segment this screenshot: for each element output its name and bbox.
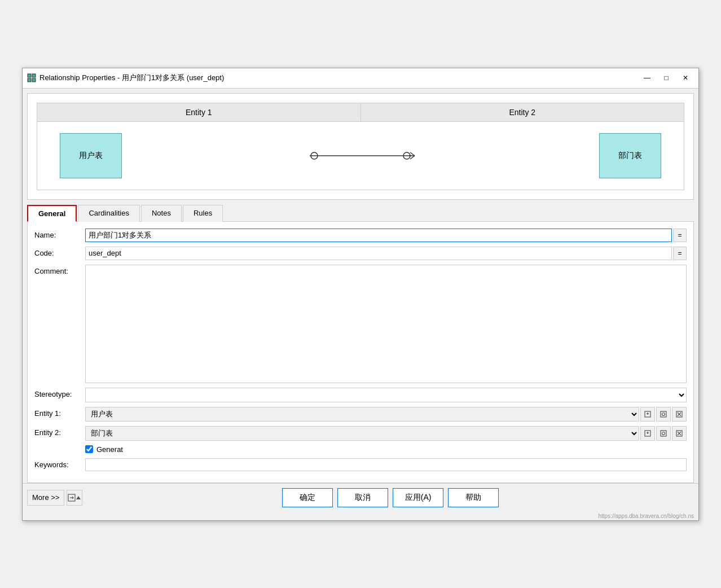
tab-general[interactable]: General xyxy=(27,205,77,222)
name-label: Name: xyxy=(34,229,85,239)
svg-line-8 xyxy=(410,156,415,159)
stereotype-select-wrap xyxy=(85,388,687,402)
entity2-label: Entity 2: xyxy=(34,426,85,437)
code-label: Code: xyxy=(34,247,85,257)
window-title: Relationship Properties - 用户部门1对多关系 (use… xyxy=(39,73,224,83)
svg-rect-21 xyxy=(661,431,666,436)
entity-diagram: 用户表 部门表 xyxy=(37,122,684,190)
stereotype-label: Stereotype: xyxy=(34,388,85,398)
code-input-wrap: = xyxy=(85,247,687,260)
entity2-select[interactable]: 部门表 xyxy=(85,426,639,441)
code-row: Code: = xyxy=(34,247,687,260)
entity1-btn2[interactable] xyxy=(656,407,671,422)
stereotype-row: Stereotype: xyxy=(34,388,687,402)
main-window: Relationship Properties - 用户部门1对多关系 (use… xyxy=(22,68,699,521)
tab-rules[interactable]: Rules xyxy=(183,205,223,222)
cancel-button[interactable]: 取消 xyxy=(337,488,388,507)
generate-label: Generat xyxy=(96,445,123,454)
bottom-right: 确定 取消 应用(A) 帮助 xyxy=(87,488,694,507)
name-row: Name: = xyxy=(34,229,687,242)
comment-textarea[interactable] xyxy=(85,265,687,383)
apply-button[interactable]: 应用(A) xyxy=(393,488,443,507)
close-button[interactable]: ✕ xyxy=(677,71,694,85)
svg-marker-28 xyxy=(76,496,81,499)
keywords-label: Keywords: xyxy=(34,458,85,469)
entity1-select[interactable]: 用户表 xyxy=(85,407,639,422)
tab-notes[interactable]: Notes xyxy=(141,205,182,222)
code-input[interactable] xyxy=(85,247,672,260)
keywords-input[interactable] xyxy=(85,458,687,471)
svg-rect-13 xyxy=(661,411,666,417)
entity1-header: Entity 1 xyxy=(37,103,361,121)
entity2-btn1[interactable] xyxy=(640,426,655,441)
bottom-icon-button[interactable] xyxy=(67,490,82,506)
bottom-left: More >> xyxy=(27,490,82,506)
entity2-select-wrap: 部门表 xyxy=(85,426,687,441)
tab-content-general: Name: = Code: = Comment: S xyxy=(27,221,694,483)
minimize-button[interactable]: — xyxy=(639,71,656,85)
entity2-header: Entity 2 xyxy=(361,103,684,121)
help-button[interactable]: 帮助 xyxy=(448,488,499,507)
entity-area: Entity 1 Entity 2 用户表 xyxy=(27,93,694,200)
entity2-row: Entity 2: 部门表 xyxy=(34,426,687,441)
svg-point-22 xyxy=(662,432,665,435)
comment-label: Comment: xyxy=(34,265,85,275)
entity2-box: 部门表 xyxy=(599,133,661,178)
entity1-btn3[interactable] xyxy=(672,407,687,422)
maximize-button[interactable]: □ xyxy=(658,71,675,85)
tabs-row: General Cardinalities Notes Rules xyxy=(27,204,694,221)
generate-checkbox[interactable] xyxy=(85,445,93,453)
entity2-btn3[interactable] xyxy=(672,426,687,441)
entity1-box: 用户表 xyxy=(60,133,122,178)
entity1-label: Entity 1: xyxy=(34,407,85,418)
stereotype-select[interactable] xyxy=(85,388,687,402)
entity1-name: 用户表 xyxy=(79,151,103,161)
generate-row: Generat xyxy=(85,445,687,454)
tabs-container: General Cardinalities Notes Rules Name: … xyxy=(27,204,694,483)
svg-point-14 xyxy=(662,413,665,415)
svg-rect-1 xyxy=(32,74,36,77)
entity1-row: Entity 1: 用户表 xyxy=(34,407,687,422)
confirm-button[interactable]: 确定 xyxy=(282,488,333,507)
more-button[interactable]: More >> xyxy=(27,490,64,506)
comment-row: Comment: xyxy=(34,265,687,383)
name-input[interactable] xyxy=(85,229,672,242)
name-input-wrap: = xyxy=(85,229,687,242)
entity1-select-wrap: 用户表 xyxy=(85,407,687,422)
entity-headers: Entity 1 Entity 2 xyxy=(37,103,684,122)
titlebar: Relationship Properties - 用户部门1对多关系 (use… xyxy=(23,68,698,89)
bottom-bar: More >> 确定 取消 应用(A) 帮助 xyxy=(23,483,698,512)
tab-cardinalities[interactable]: Cardinalities xyxy=(78,205,140,222)
titlebar-left: Relationship Properties - 用户部门1对多关系 (use… xyxy=(27,73,224,83)
svg-line-7 xyxy=(410,152,415,156)
svg-rect-2 xyxy=(28,78,31,82)
code-eq-button[interactable]: = xyxy=(673,247,687,260)
entity2-btn2[interactable] xyxy=(656,426,671,441)
entity2-name: 部门表 xyxy=(618,151,642,161)
svg-rect-3 xyxy=(32,78,36,82)
entity1-btn1[interactable] xyxy=(640,407,655,422)
svg-rect-0 xyxy=(28,74,31,77)
window-icon xyxy=(27,73,36,82)
keywords-row: Keywords: xyxy=(34,458,687,471)
watermark: https://apps.dba.bravera.cn/blog/ch.ns xyxy=(23,512,698,520)
name-eq-button[interactable]: = xyxy=(673,229,687,242)
titlebar-controls: — □ ✕ xyxy=(639,71,694,85)
relationship-svg xyxy=(304,144,417,167)
